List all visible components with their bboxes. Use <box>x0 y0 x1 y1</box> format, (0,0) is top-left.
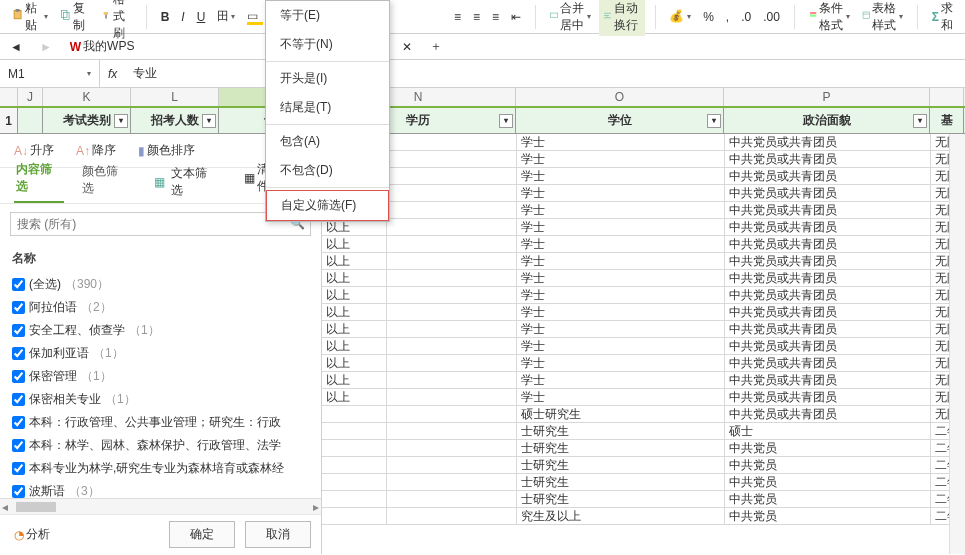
cell-n2[interactable] <box>387 304 517 320</box>
cell-o[interactable]: 硕士研究生 <box>517 406 725 422</box>
cell-n2[interactable] <box>387 355 517 371</box>
table-row[interactable]: 士研究生中共党员二年 <box>322 457 965 474</box>
cell-p[interactable]: 中共党员 <box>725 491 931 507</box>
cell-p[interactable]: 中共党员或共青团员 <box>725 338 931 354</box>
menu-ends-with[interactable]: 结尾是(T) <box>266 93 389 122</box>
cell-n2[interactable] <box>387 168 517 184</box>
cell-o[interactable]: 学士 <box>517 287 725 303</box>
cell-n2[interactable] <box>387 185 517 201</box>
cell-p[interactable]: 中共党员或共青团员 <box>725 406 931 422</box>
cell-p[interactable]: 中共党员或共青团员 <box>725 151 931 167</box>
table-row[interactable]: 以上学士中共党员或共青团员无限 <box>322 389 965 406</box>
filter-item[interactable]: 保密相关专业（1） <box>8 388 313 411</box>
cell-n[interactable] <box>322 406 387 422</box>
cell-o[interactable]: 学士 <box>517 168 725 184</box>
analyze-button[interactable]: ◔ 分析 <box>10 524 54 545</box>
cell-n[interactable]: 以上 <box>322 287 387 303</box>
table-row[interactable]: 学士中共党员或共青团员无限 <box>322 168 965 185</box>
table-row[interactable]: 硕士研究生中共党员或共青团员无限 <box>322 406 965 423</box>
dec-dec-button[interactable]: .00 <box>759 8 784 26</box>
ok-button[interactable]: 确定 <box>169 521 235 548</box>
cell-n[interactable] <box>322 457 387 473</box>
cell-o[interactable]: 学士 <box>517 355 725 371</box>
col-header-p[interactable]: P <box>724 88 930 106</box>
cell-o[interactable]: 学士 <box>517 185 725 201</box>
cell-p[interactable]: 中共党员或共青团员 <box>725 287 931 303</box>
cell-n[interactable]: 以上 <box>322 304 387 320</box>
select-all-corner[interactable] <box>0 88 18 106</box>
indent-button[interactable]: ⇤ <box>507 8 525 26</box>
comma-button[interactable]: , <box>722 8 733 26</box>
cell-o[interactable]: 学士 <box>517 134 725 150</box>
cell-o[interactable]: 学士 <box>517 219 725 235</box>
cell-n[interactable] <box>322 440 387 456</box>
cell-n[interactable] <box>322 491 387 507</box>
cell-p[interactable]: 中共党员或共青团员 <box>725 304 931 320</box>
table-row[interactable]: 以上学士中共党员或共青团员无限 <box>322 236 965 253</box>
filter-item[interactable]: 阿拉伯语（2） <box>8 296 313 319</box>
nav-back-button[interactable]: ◄ <box>6 38 26 56</box>
checkbox[interactable] <box>12 439 25 452</box>
scroll-right-icon[interactable]: ▸ <box>313 500 319 514</box>
cell-n2[interactable] <box>387 508 517 524</box>
cell-o[interactable]: 学士 <box>517 270 725 286</box>
cell-n2[interactable] <box>387 338 517 354</box>
cell-n[interactable]: 以上 <box>322 372 387 388</box>
tab-content-filter[interactable]: 内容筛选 <box>14 155 64 203</box>
cancel-button[interactable]: 取消 <box>245 521 311 548</box>
vertical-scrollbar[interactable] <box>949 134 965 554</box>
cell-n2[interactable] <box>387 389 517 405</box>
table-row[interactable]: 究生及以上中共党员二年 <box>322 508 965 525</box>
sum-button[interactable]: Σ 求和 <box>928 0 957 36</box>
filter-item[interactable]: 本科专业为林学,研究生专业为森林培育或森林经 <box>8 457 313 480</box>
cell-n[interactable] <box>322 423 387 439</box>
align-left-button[interactable]: ≡ <box>450 8 465 26</box>
add-tab-button[interactable]: ＋ <box>426 36 446 57</box>
table-style-button[interactable]: 表格样式▾ <box>858 0 907 36</box>
cell-o[interactable]: 学士 <box>517 202 725 218</box>
table-row[interactable]: 以上学士中共党员或共青团员无限 <box>322 321 965 338</box>
table-row[interactable]: 以上学士中共党员或共青团员无限 <box>322 304 965 321</box>
menu-equals[interactable]: 等于(E) <box>266 1 389 30</box>
cell-p[interactable]: 中共党员或共青团员 <box>725 219 931 235</box>
align-center-button[interactable]: ≡ <box>469 8 484 26</box>
underline-button[interactable]: U <box>193 8 210 26</box>
cell-n2[interactable] <box>387 440 517 456</box>
table-row[interactable]: 以上学士中共党员或共青团员无限 <box>322 253 965 270</box>
cell-n2[interactable] <box>387 423 517 439</box>
col-header-q[interactable] <box>930 88 964 106</box>
table-row[interactable]: 以上学士中共党员或共青团员无限 <box>322 338 965 355</box>
cell-p[interactable]: 中共党员或共青团员 <box>725 270 931 286</box>
col-header-l[interactable]: L <box>131 88 219 106</box>
cell-o[interactable]: 士研究生 <box>517 440 725 456</box>
paste-button[interactable]: 粘贴▾ <box>8 0 52 36</box>
col-header-o[interactable]: O <box>516 88 724 106</box>
cell-o[interactable]: 士研究生 <box>517 474 725 490</box>
filter-dropdown-o[interactable]: ▾ <box>707 114 721 128</box>
filter-dropdown-n[interactable]: ▾ <box>499 114 513 128</box>
cell-n[interactable] <box>322 508 387 524</box>
cell-o[interactable]: 学士 <box>517 321 725 337</box>
checkbox[interactable] <box>12 485 25 498</box>
cell-n[interactable]: 以上 <box>322 270 387 286</box>
table-row[interactable]: 以上学士中共党员或共青团员无限 <box>322 185 965 202</box>
cell-o[interactable]: 究生及以上 <box>517 508 725 524</box>
dec-inc-button[interactable]: .0 <box>737 8 755 26</box>
percent-button[interactable]: % <box>699 8 718 26</box>
cond-format-button[interactable]: 条件格式▾ <box>805 0 854 36</box>
auto-wrap-button[interactable]: 自动换行 <box>599 0 645 36</box>
menu-not-equals[interactable]: 不等于(N) <box>266 30 389 59</box>
cell-p[interactable]: 中共党员 <box>725 474 931 490</box>
align-right-button[interactable]: ≡ <box>488 8 503 26</box>
cell-n[interactable] <box>322 474 387 490</box>
col-header-j[interactable]: J <box>18 88 43 106</box>
scroll-left-icon[interactable]: ◂ <box>2 500 8 514</box>
cell-n[interactable]: 以上 <box>322 338 387 354</box>
cell-o[interactable]: 学士 <box>517 389 725 405</box>
table-row[interactable]: 以上学士中共党员或共青团员无限 <box>322 270 965 287</box>
formula-value[interactable]: 专业 <box>125 65 165 82</box>
filter-item[interactable]: 安全工程、侦查学（1） <box>8 319 313 342</box>
cell-n2[interactable] <box>387 253 517 269</box>
cell-n[interactable]: 以上 <box>322 355 387 371</box>
cell-p[interactable]: 中共党员或共青团员 <box>725 355 931 371</box>
